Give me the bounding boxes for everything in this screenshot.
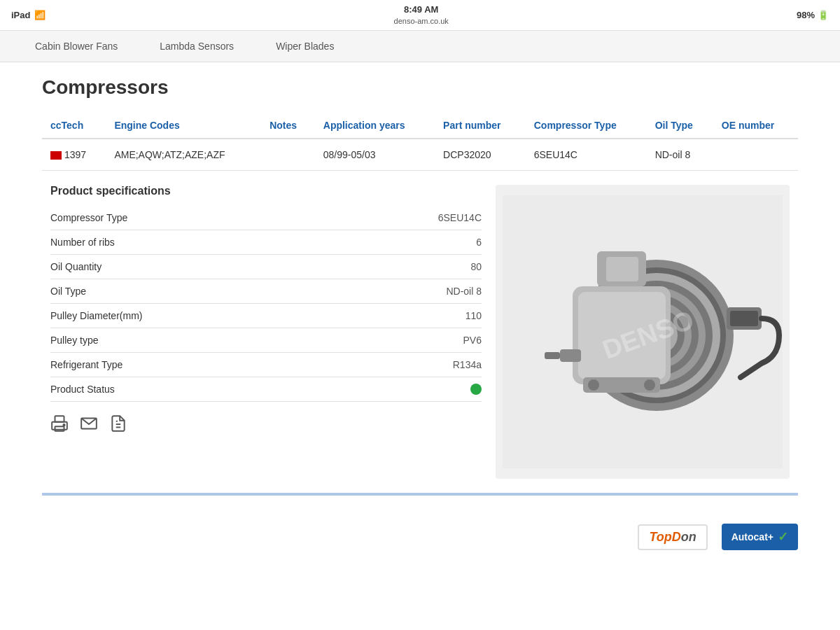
col-header-application-years: Application years xyxy=(315,113,435,139)
spec-label-compressor-type: Compressor Type xyxy=(50,212,127,223)
autocat-check-icon: ✓ xyxy=(778,529,788,545)
svg-rect-23 xyxy=(606,257,638,281)
spec-value-oil-quantity: 80 xyxy=(470,261,482,272)
spec-row-refrigerant-type: Refrigerant Type R134a xyxy=(50,353,482,377)
nav-link-cabin-blower-fans[interactable]: Cabin Blower Fans xyxy=(14,31,139,62)
svg-point-30 xyxy=(588,379,599,391)
svg-rect-27 xyxy=(545,352,560,359)
pdf-button[interactable] xyxy=(109,414,127,437)
main-content: Compressors ccTech Engine Codes Notes Ap… xyxy=(0,62,840,510)
email-button[interactable] xyxy=(80,414,98,437)
status-bar-center: 8:49 AM denso-am.co.uk xyxy=(394,4,449,26)
svg-rect-0 xyxy=(55,416,64,422)
col-header-cctech: ccTech xyxy=(42,113,106,139)
spec-value-pulley-type: PV6 xyxy=(463,335,482,346)
spec-value-pulley-diameter: 110 xyxy=(465,310,482,321)
col-header-oe-number: OE number xyxy=(713,113,798,139)
product-panel: Product specifications Compressor Type 6… xyxy=(42,171,798,494)
table-header-row: ccTech Engine Codes Notes Application ye… xyxy=(42,113,798,139)
svg-rect-26 xyxy=(560,349,581,362)
nav-links: Cabin Blower Fans Lambda Sensors Wiper B… xyxy=(14,31,826,62)
autocat-label: Autocat+ xyxy=(732,531,774,542)
col-header-part-number: Part number xyxy=(435,113,526,139)
cell-application-years: 08/99-05/03 xyxy=(315,139,435,171)
spec-value-number-of-ribs: 6 xyxy=(476,237,482,248)
nav-link-wiper-blades[interactable]: Wiper Blades xyxy=(255,31,355,62)
spec-value-oil-type: ND-oil 8 xyxy=(446,286,482,297)
col-header-oil-type: Oil Type xyxy=(647,113,713,139)
status-bar: iPad 📶 8:49 AM denso-am.co.uk 98% 🔋 xyxy=(0,0,840,30)
spec-row-product-status: Product Status xyxy=(50,377,482,402)
svg-rect-2 xyxy=(55,427,64,432)
col-header-compressor-type: Compressor Type xyxy=(526,113,647,139)
spec-row-oil-type: Oil Type ND-oil 8 xyxy=(50,279,482,304)
col-header-notes: Notes xyxy=(261,113,315,139)
status-bar-left: iPad 📶 xyxy=(11,10,46,20)
spec-value-refrigerant-type: R134a xyxy=(453,359,482,370)
spec-label-pulley-diameter: Pulley Diameter(mm) xyxy=(50,310,142,321)
spec-label-product-status: Product Status xyxy=(50,384,115,395)
svg-point-3 xyxy=(63,424,64,426)
spec-row-compressor-type: Compressor Type 6SEU14C xyxy=(50,206,482,230)
cell-oe-number xyxy=(713,139,798,171)
topdon-logo: TopDon xyxy=(638,524,707,550)
wifi-icon: 📶 xyxy=(34,10,46,20)
device-label: iPad xyxy=(11,10,30,20)
cell-cctech: 1397 xyxy=(42,139,106,171)
svg-rect-25 xyxy=(730,311,758,326)
spec-row-pulley-diameter: Pulley Diameter(mm) 110 xyxy=(50,304,482,328)
table-row[interactable]: 1397 AME;AQW;ATZ;AZE;AZF 08/99-05/03 DCP… xyxy=(42,139,798,171)
cell-oil-type: ND-oil 8 xyxy=(647,139,713,171)
product-panel-row: Product specifications Compressor Type 6… xyxy=(42,171,798,496)
spec-row-pulley-type: Pulley type PV6 xyxy=(50,328,482,353)
nav-link-lambda-sensors[interactable]: Lambda Sensors xyxy=(139,31,255,62)
product-specs: Product specifications Compressor Type 6… xyxy=(50,185,482,479)
product-actions xyxy=(50,414,482,437)
footer: TopDon Autocat+ ✓ xyxy=(0,510,840,564)
cell-engine-codes: AME;AQW;ATZ;AZE;AZF xyxy=(106,139,261,171)
flag-red-icon xyxy=(50,151,62,160)
spec-row-number-of-ribs: Number of ribs 6 xyxy=(50,230,482,255)
cell-notes xyxy=(261,139,315,171)
nav-bar: Cabin Blower Fans Lambda Sensors Wiper B… xyxy=(0,30,840,62)
time-label: 8:49 AM xyxy=(394,4,449,16)
spec-label-number-of-ribs: Number of ribs xyxy=(50,237,115,248)
spec-label-oil-type: Oil Type xyxy=(50,286,86,297)
compressors-table: ccTech Engine Codes Notes Application ye… xyxy=(42,113,798,496)
svg-point-31 xyxy=(644,379,655,391)
spec-label-oil-quantity: Oil Quantity xyxy=(50,261,102,272)
print-button[interactable] xyxy=(50,414,69,437)
product-image: DENSO xyxy=(496,185,790,479)
cctech-value: 1397 xyxy=(64,149,86,160)
cell-compressor-type: 6SEU14C xyxy=(526,139,647,171)
product-specs-title: Product specifications xyxy=(50,185,482,197)
cell-part-number: DCP32020 xyxy=(435,139,526,171)
spec-value-compressor-type: 6SEU14C xyxy=(438,212,482,223)
compressor-image-svg: DENSO xyxy=(503,195,783,468)
col-header-engine-codes: Engine Codes xyxy=(106,113,261,139)
battery-label: 98% xyxy=(797,10,815,20)
spec-label-pulley-type: Pulley type xyxy=(50,335,98,346)
battery-icon: 🔋 xyxy=(818,10,829,20)
spec-label-refrigerant-type: Refrigerant Type xyxy=(50,359,122,370)
status-bar-right: 98% 🔋 xyxy=(797,10,829,20)
product-status-dot xyxy=(470,384,482,395)
autocat-badge: Autocat+ ✓ xyxy=(722,524,798,550)
spec-row-oil-quantity: Oil Quantity 80 xyxy=(50,255,482,279)
page-title: Compressors xyxy=(42,76,798,99)
url-label: denso-am.co.uk xyxy=(394,16,449,26)
